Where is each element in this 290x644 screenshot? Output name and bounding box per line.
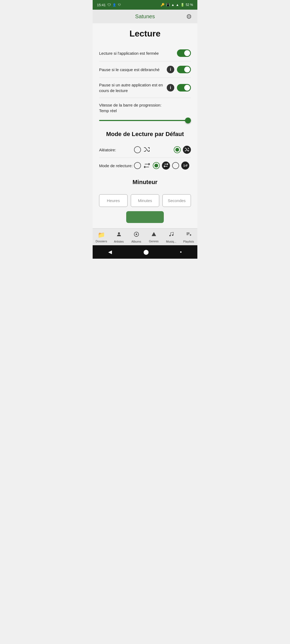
dossiers-label: Dossiers [96, 240, 107, 243]
nav-item-artistes[interactable]: Artistes [111, 231, 126, 243]
shield2-icon: 🛡 [118, 3, 121, 6]
mode-section-title: Mode de Lecture par Défaut [99, 125, 191, 142]
albums-label: Albums [131, 240, 141, 243]
svg-marker-3 [151, 232, 156, 236]
musique-label: Musiq... [166, 240, 176, 243]
wifi-icon: ▲ [171, 3, 175, 7]
svg-point-4 [169, 235, 171, 236]
setting-row-pause-unplug: Pause si le casque est débranché i [99, 61, 191, 78]
timer-minutes-input[interactable]: Minutes [131, 194, 159, 207]
key-icon: 🔑 [161, 3, 165, 7]
albums-icon [133, 231, 139, 239]
repeat-row: Mode de relecture: 1↺ [99, 158, 191, 173]
genres-icon [151, 232, 157, 239]
timer-minutes-placeholder: Minutes [138, 198, 152, 203]
shuffle-label: Aléatoire: [99, 148, 134, 152]
setting-row-pause-other: Pause si un autre application est en cou… [99, 78, 191, 98]
person-icon: 👤 [113, 3, 116, 7]
info-icon-pause-unplug[interactable]: i [167, 66, 174, 73]
setting-actions-play-closed [177, 49, 191, 57]
setting-actions-pause-unplug: i [167, 66, 191, 73]
repeat-icon [143, 162, 151, 169]
main-content: Lecture Lecture si l'application est fer… [93, 23, 197, 228]
repeat-options: 1↺ [134, 162, 191, 170]
setting-label-pause-other: Pause si un autre application est en cou… [99, 82, 164, 93]
timer-seconds-placeholder: Secondes [168, 198, 186, 203]
setting-label-pause-unplug: Pause si le casque est débranché [99, 67, 164, 72]
repeat-one-radio[interactable] [172, 162, 179, 169]
shuffle-on-radio[interactable] [174, 146, 181, 153]
timer-hours-input[interactable]: Heures [99, 194, 128, 207]
artistes-label: Artistes [114, 240, 124, 243]
page-title: Lecture [99, 23, 191, 45]
timer-confirm-button[interactable] [126, 211, 164, 223]
repeat-all-icon [162, 162, 170, 170]
timer-section-title: Minuteur [99, 173, 191, 190]
battery-level: 52 % [186, 3, 193, 7]
back-button[interactable]: ◀ [103, 248, 117, 256]
slider-thumb[interactable] [185, 118, 191, 123]
settings-icon[interactable]: ⚙ [186, 13, 192, 20]
genres-label: Genres [149, 240, 158, 243]
status-left: 15:41 🛡 👤 🛡 [97, 3, 121, 7]
slider-section: Vitesse de la barre de progression:Temp … [99, 98, 191, 125]
nav-item-musique[interactable]: Musiq... [164, 231, 179, 243]
nav-item-playlists[interactable]: Playlists [181, 231, 196, 243]
timer-inputs: Heures Minutes Secondes [99, 190, 191, 210]
repeat-one-icon: 1↺ [181, 162, 189, 170]
svg-point-0 [118, 232, 120, 234]
toggle-pause-unplug[interactable] [177, 66, 191, 73]
svg-marker-9 [190, 234, 191, 236]
slider-track [99, 120, 191, 121]
repeat-one-label: 1↺ [183, 164, 187, 167]
playlists-label: Playlists [183, 240, 194, 243]
svg-point-5 [172, 235, 173, 236]
nav-item-albums[interactable]: Albums [129, 231, 144, 243]
shuffle-row: Aléatoire: [99, 142, 191, 158]
setting-row-play-closed: Lecture si l'application est fermée [99, 45, 191, 61]
status-time: 15:41 [97, 3, 106, 7]
status-right: 🔑 📳 ▲ ▲ 🔋 52 % [161, 3, 193, 7]
timer-seconds-input[interactable]: Secondes [162, 194, 191, 207]
repeat-off-radio[interactable] [134, 162, 141, 169]
nav-item-dossiers[interactable]: 📁 Dossiers [94, 232, 109, 243]
musique-icon [169, 231, 174, 239]
recents-button[interactable]: ▪ [175, 248, 187, 256]
shuffle-on-icon [183, 146, 191, 154]
signal-icon: ▲ [176, 3, 179, 7]
nav-item-genres[interactable]: Genres [146, 232, 161, 243]
slider-container[interactable] [99, 118, 191, 123]
repeat-all-radio[interactable] [153, 162, 160, 169]
app-header: Satunes ⚙ [93, 10, 197, 23]
slider-label: Vitesse de la barre de progression:Temp … [99, 102, 191, 114]
toggle-play-closed[interactable] [177, 49, 191, 57]
home-button[interactable]: ⬤ [138, 248, 154, 256]
vpn-icon: 🛡 [107, 3, 111, 7]
bottom-nav: 📁 Dossiers Artistes Albums Genres [93, 228, 197, 245]
timer-hours-placeholder: Heures [107, 198, 120, 203]
info-icon-pause-other[interactable]: i [167, 84, 174, 92]
artistes-icon [116, 231, 122, 239]
vibrate-icon: 📳 [166, 3, 170, 7]
shuffle-options [134, 146, 191, 154]
system-nav: ◀ ⬤ ▪ [93, 245, 197, 259]
battery-icon: 🔋 [180, 3, 184, 7]
shuffle-off-radio[interactable] [134, 146, 141, 153]
setting-actions-pause-other: i [167, 84, 191, 92]
playlists-icon [186, 231, 192, 239]
setting-label-play-closed: Lecture si l'application est fermée [99, 50, 174, 56]
dossiers-icon: 📁 [98, 232, 105, 239]
toggle-pause-other[interactable] [177, 84, 191, 92]
shuffle-icon [143, 146, 151, 153]
svg-point-2 [136, 233, 137, 235]
app-title: Satunes [135, 13, 155, 20]
status-bar: 15:41 🛡 👤 🛡 🔑 📳 ▲ ▲ 🔋 52 % [93, 0, 197, 10]
repeat-label: Mode de relecture: [99, 163, 134, 168]
